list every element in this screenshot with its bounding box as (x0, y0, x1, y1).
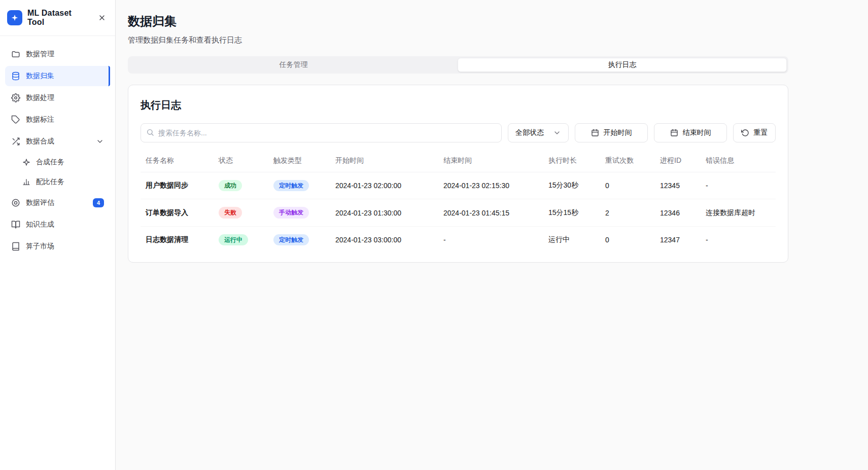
table-row: 日志数据清理 运行中 定时触发 2024-01-23 03:00:00 - 运行… (141, 226, 776, 253)
task-name: 日志数据清理 (141, 226, 214, 253)
sidebar-item-label: 数据评估 (26, 198, 54, 207)
tag-icon (11, 115, 20, 124)
calendar-icon (591, 129, 599, 137)
col-retries: 重试次数 (600, 150, 655, 172)
sidebar-item-data-processing[interactable]: 数据处理 (5, 88, 110, 108)
sidebar-item-data-management[interactable]: 数据管理 (5, 44, 110, 64)
pid: 12347 (655, 226, 701, 253)
col-error: 错误信息 (701, 150, 776, 172)
status-badge: 运行中 (219, 234, 248, 245)
status-filter-value: 全部状态 (515, 128, 544, 137)
sidebar-item-data-synthesis[interactable]: 数据合成 (5, 131, 110, 152)
logs-table: 任务名称 状态 触发类型 开始时间 结束时间 执行时长 重试次数 进程ID 错误… (141, 150, 776, 253)
end-time: - (438, 226, 543, 253)
duration: 运行中 (543, 226, 600, 253)
sidebar: ML Dataset Tool 数据管理 数据归集 数据处理 (0, 0, 116, 470)
folder-icon (11, 50, 20, 59)
chevron-down-icon (96, 137, 104, 146)
col-end-time: 结束时间 (438, 150, 543, 172)
shuffle-icon (11, 137, 20, 146)
status-filter-select[interactable]: 全部状态 (508, 123, 569, 142)
tab-bar: 任务管理 执行日志 (128, 56, 788, 74)
status-badge: 失败 (219, 207, 242, 218)
trigger-badge: 定时触发 (273, 180, 309, 191)
search-wrap (141, 123, 502, 142)
page-title: 数据归集 (128, 13, 788, 29)
sidebar-item-operator-market[interactable]: 算子市场 (5, 236, 110, 257)
sidebar-item-label: 算子市场 (26, 242, 54, 251)
trigger-badge: 手动触发 (273, 207, 309, 218)
sidebar-item-label: 数据管理 (26, 50, 54, 59)
error-message: 连接数据库超时 (701, 199, 776, 226)
col-start-time: 开始时间 (330, 150, 438, 172)
calendar-icon (670, 129, 678, 137)
filter-toolbar: 全部状态 开始时间 结束时间 (141, 123, 776, 142)
sidebar-item-label: 数据归集 (26, 71, 54, 81)
trigger-badge: 定时触发 (273, 234, 309, 245)
start-time-label: 开始时间 (604, 128, 632, 137)
sidebar-close-button[interactable] (96, 12, 108, 24)
task-name: 用户数据同步 (141, 172, 214, 199)
search-input[interactable] (141, 123, 502, 142)
book-icon (11, 242, 20, 251)
sidebar-item-label: 知识生成 (26, 220, 54, 229)
database-icon (11, 71, 20, 81)
sidebar-item-data-labeling[interactable]: 数据标注 (5, 110, 110, 130)
evaluation-count-badge: 4 (93, 198, 104, 207)
reset-icon (741, 129, 749, 137)
sparkle-icon (22, 158, 30, 166)
book-open-icon (11, 220, 20, 229)
reset-button[interactable]: 重置 (733, 123, 776, 142)
sidebar-header: ML Dataset Tool (0, 0, 115, 36)
end-time: 2024-01-23 02:15:30 (438, 172, 543, 199)
start-time: 2024-01-23 01:30:00 (330, 199, 438, 226)
col-status: 状态 (214, 150, 268, 172)
sidebar-item-label: 数据标注 (26, 115, 54, 124)
end-time-button[interactable]: 结束时间 (654, 123, 727, 142)
tab-execution-logs[interactable]: 执行日志 (458, 58, 787, 72)
target-icon (11, 198, 20, 207)
gear-icon (11, 93, 20, 102)
retries: 0 (600, 226, 655, 253)
sidebar-item-label: 配比任务 (36, 177, 64, 187)
sidebar-item-knowledge-generation[interactable]: 知识生成 (5, 214, 110, 235)
sidebar-item-label: 数据处理 (26, 93, 54, 102)
sidebar-item-synthesis-task[interactable]: 合成任务 (5, 153, 110, 171)
execution-logs-card: 执行日志 全部状态 (128, 85, 788, 263)
sidebar-item-label: 合成任务 (36, 158, 64, 167)
table-row: 用户数据同步 成功 定时触发 2024-01-23 02:00:00 2024-… (141, 172, 776, 199)
duration: 15分30秒 (543, 172, 600, 199)
sidebar-item-label: 数据合成 (26, 137, 54, 146)
sidebar-item-data-collection[interactable]: 数据归集 (5, 66, 110, 86)
pid: 12345 (655, 172, 701, 199)
bar-chart-icon (22, 178, 30, 186)
end-time-label: 结束时间 (683, 128, 711, 137)
task-name: 订单数据导入 (141, 199, 214, 226)
reset-label: 重置 (754, 128, 768, 137)
status-badge: 成功 (219, 180, 242, 191)
chevron-down-icon (553, 129, 561, 137)
page-subtitle: 管理数据归集任务和查看执行日志 (128, 35, 788, 45)
sidebar-nav: 数据管理 数据归集 数据处理 数据标注 数据合成 (0, 36, 115, 266)
sidebar-item-data-evaluation[interactable]: 数据评估 4 (5, 193, 110, 213)
pid: 12346 (655, 199, 701, 226)
start-time-button[interactable]: 开始时间 (575, 123, 648, 142)
main-content: 数据归集 管理数据归集任务和查看执行日志 任务管理 执行日志 执行日志 全部状态 (116, 0, 868, 470)
sidebar-item-ratio-task[interactable]: 配比任务 (5, 173, 110, 191)
col-task-name: 任务名称 (141, 150, 214, 172)
app-title: ML Dataset Tool (27, 9, 91, 27)
tab-task-management[interactable]: 任务管理 (129, 58, 458, 72)
search-icon (146, 128, 154, 138)
close-icon (98, 14, 106, 22)
error-message: - (701, 172, 776, 199)
col-pid: 进程ID (655, 150, 701, 172)
error-message: - (701, 226, 776, 253)
start-time: 2024-01-23 02:00:00 (330, 172, 438, 199)
col-trigger-type: 触发类型 (268, 150, 330, 172)
duration: 15分15秒 (543, 199, 600, 226)
card-title: 执行日志 (141, 98, 776, 112)
app-logo-icon (7, 10, 22, 25)
start-time: 2024-01-23 03:00:00 (330, 226, 438, 253)
end-time: 2024-01-23 01:45:15 (438, 199, 543, 226)
retries: 2 (600, 199, 655, 226)
